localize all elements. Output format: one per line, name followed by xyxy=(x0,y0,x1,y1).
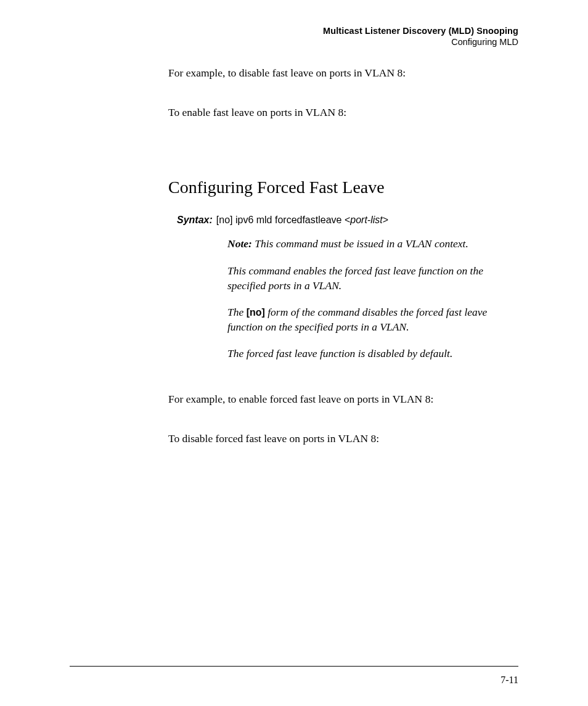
syntax-arg: port-list xyxy=(350,215,382,225)
syntax-label: Syntax: xyxy=(177,215,213,226)
header-title: Multicast Listener Discovery (MLD) Snoop… xyxy=(323,26,518,36)
syntax-gt: > xyxy=(383,215,388,225)
footer-rule xyxy=(70,666,518,667)
syntax-note: Note: This command must be issued in a V… xyxy=(227,237,518,252)
running-header: Multicast Listener Discovery (MLD) Snoop… xyxy=(323,26,518,47)
paragraph-disable-fast-leave: For example, to disable fast leave on po… xyxy=(168,66,518,81)
page: Multicast Listener Discovery (MLD) Snoop… xyxy=(0,0,588,706)
paragraph-enable-fast-leave: To enable fast leave on ports in VLAN 8: xyxy=(168,105,518,120)
spacer xyxy=(168,134,518,178)
note-label: Note: xyxy=(227,237,252,250)
syntax-desc-no-form: The [no] form of the command disables th… xyxy=(227,305,518,334)
body-column: For example, to disable fast leave on po… xyxy=(168,66,518,461)
section-heading: Configuring Forced Fast Leave xyxy=(168,178,518,197)
syntax-desc-default: The forced fast leave function is disabl… xyxy=(227,347,518,361)
syntax-command: [no] ipv6 mld forcedfastleave <port-list… xyxy=(216,215,388,226)
desc2-no: [no] xyxy=(247,307,265,318)
syntax-lt: < xyxy=(345,215,350,225)
paragraph-disable-forced: To disable forced fast leave on ports in… xyxy=(168,432,518,446)
desc2a: The xyxy=(227,306,247,318)
syntax-command-text: [no] ipv6 mld forcedfastleave xyxy=(216,215,345,225)
header-subtitle: Configuring MLD xyxy=(323,37,518,47)
syntax-desc-enable: This command enables the forced fast lea… xyxy=(227,264,518,293)
paragraph-enable-forced: For example, to enable forced fast leave… xyxy=(168,392,518,407)
page-number: 7-11 xyxy=(500,675,518,686)
note-text: This command must be issued in a VLAN co… xyxy=(252,237,468,250)
syntax-line: Syntax: [no] ipv6 mld forcedfastleave <p… xyxy=(177,215,518,226)
syntax-description: Note: This command must be issued in a V… xyxy=(227,237,518,361)
desc2b: form of the command disables the forced … xyxy=(227,306,487,333)
